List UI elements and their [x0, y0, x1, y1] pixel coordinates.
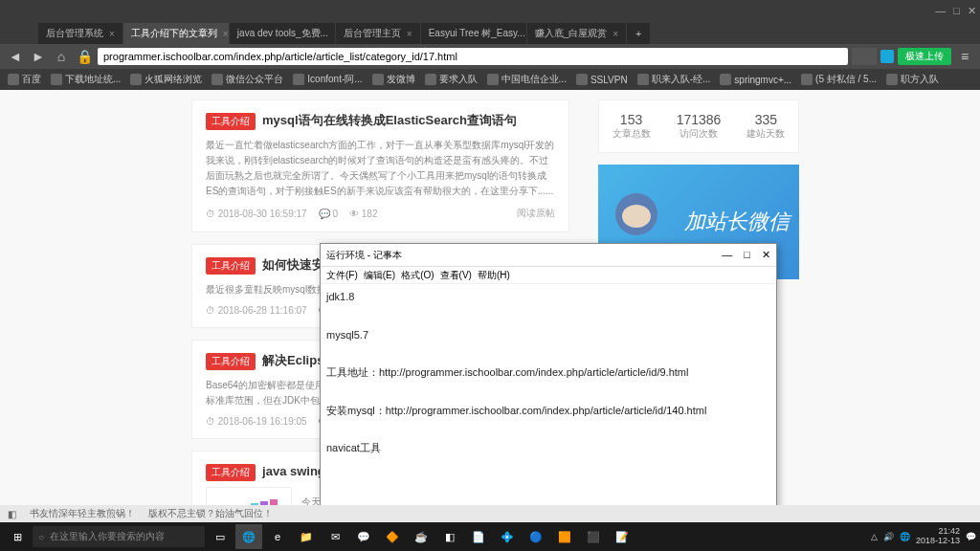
browser-statusbar: ◧ 书友情深年轻主教煎锅！ 版权不忌主锁？始油气回位！ — [0, 505, 980, 522]
category-tag[interactable]: 工具介绍 — [206, 257, 256, 275]
home-button[interactable]: ⌂ — [52, 47, 71, 66]
upload-button[interactable]: 极速上传 — [898, 48, 951, 65]
url-engine-icon[interactable] — [852, 48, 877, 65]
tab-1[interactable]: 工具介绍下的文章列× — [123, 23, 229, 44]
extension-icon[interactable] — [880, 50, 894, 63]
tab-5[interactable]: 赚入底_白屋观赏× — [527, 23, 626, 44]
url-input[interactable] — [98, 48, 848, 65]
browser-tabs: 后台管理系统× 工具介绍下的文章列× java dev tools_免费...×… — [0, 21, 980, 44]
menu-edit[interactable]: 编辑(E) — [364, 269, 395, 281]
close-icon[interactable]: × — [407, 29, 412, 39]
taskbar-app[interactable]: 📁 — [293, 524, 320, 549]
task-view-icon[interactable]: ▭ — [207, 524, 234, 549]
close-icon[interactable]: × — [109, 29, 115, 39]
bookmark-item[interactable]: springmvc+... — [720, 74, 791, 85]
notification-icon[interactable]: 💬 — [966, 532, 976, 541]
menu-help[interactable]: 帮助(H) — [478, 269, 510, 281]
lock-icon: 🔒 — [75, 47, 94, 66]
url-bar: ◄ ► ⌂ 🔒 极速上传 ≡ — [0, 44, 980, 69]
bookmark-item[interactable]: Iconfont-阿... — [293, 73, 362, 86]
menu-view[interactable]: 查看(V) — [440, 269, 472, 281]
taskbar-app[interactable]: ⬛ — [580, 524, 607, 549]
menu-icon[interactable]: ≡ — [955, 47, 974, 66]
bookmark-item[interactable]: 下载地址统... — [51, 73, 121, 86]
bookmark-bar: 百度 下载地址统... 火狐网络浏览 微信公众平台 Iconfont-阿... … — [0, 69, 980, 90]
notepad-titlebar[interactable]: 运行环境 - 记事本 — □ ✕ — [321, 244, 776, 267]
bookmark-item[interactable]: 发微博 — [372, 73, 415, 86]
close-icon[interactable]: × — [334, 29, 335, 39]
start-button[interactable]: ⊞ — [4, 524, 31, 549]
close-icon[interactable]: ✕ — [762, 249, 770, 261]
forward-button[interactable]: ► — [29, 47, 48, 66]
taskbar-app[interactable]: ☕ — [408, 524, 434, 549]
taskbar-app[interactable]: 💬 — [350, 524, 377, 549]
maximize-icon[interactable]: □ — [744, 249, 750, 261]
bookmark-item[interactable]: (5 封私信 / 5... — [801, 73, 877, 86]
close-icon[interactable]: ✕ — [968, 5, 976, 17]
bookmark-item[interactable]: 中国电信企业... — [487, 73, 567, 86]
taskbar-app[interactable]: 💠 — [494, 524, 521, 549]
bookmark-item[interactable]: 微信公众平台 — [212, 73, 283, 86]
taskbar-app[interactable]: e — [264, 524, 291, 549]
page-content: 工具介绍 mysql语句在线转换成ElasticSearch查询语句 最近一直忙… — [0, 90, 980, 530]
home-icon — [8, 74, 19, 85]
bookmark-item[interactable]: 要求入队 — [425, 73, 478, 86]
taskbar-app[interactable]: 🔵 — [523, 524, 549, 549]
menu-file[interactable]: 文件(F) — [326, 269, 358, 281]
article-card[interactable]: 工具介绍 mysql语句在线转换成ElasticSearch查询语句 最近一直忙… — [191, 99, 569, 232]
taskbar-app[interactable]: 🟧 — [551, 524, 578, 549]
os-titlebar: — □ ✕ — [0, 0, 980, 21]
article-title[interactable]: mysql语句在线转换成ElasticSearch查询语句 — [262, 113, 517, 127]
bookmark-item[interactable]: 火狐网络浏览 — [130, 73, 202, 86]
taskbar-app[interactable]: 📝 — [609, 524, 635, 549]
taskbar-search[interactable]: ○ 在这里输入你要搜索的内容 — [33, 526, 205, 547]
minimize-icon[interactable]: — — [722, 249, 732, 261]
article-excerpt: 最近一直忙着做elasticsearch方面的工作，对于一直从事关系型数据库my… — [206, 138, 555, 199]
back-button[interactable]: ◄ — [6, 47, 25, 66]
network-icon[interactable]: 🌐 — [900, 532, 910, 541]
tab-2[interactable]: java dev tools_免费...× — [230, 23, 335, 44]
category-tag[interactable]: 工具介绍 — [206, 353, 256, 370]
new-tab-button[interactable]: + — [627, 23, 650, 44]
category-tag[interactable]: 工具介绍 — [206, 464, 256, 481]
taskbar-app[interactable]: 🌐 — [235, 524, 262, 549]
category-tag[interactable]: 工具介绍 — [206, 113, 256, 130]
notepad-window[interactable]: 运行环境 - 记事本 — □ ✕ 文件(F) 编辑(E) 格式(O) 查看(V)… — [320, 243, 777, 530]
volume-icon[interactable]: 🔊 — [883, 532, 894, 541]
taskbar-app[interactable]: ✉ — [322, 524, 348, 549]
notepad-textarea[interactable]: jdk1.8 mysql5.7 工具地址：http://programmer.i… — [321, 284, 776, 462]
maximize-icon[interactable]: □ — [953, 5, 960, 17]
tray-icon[interactable]: △ — [871, 532, 878, 541]
system-tray[interactable]: △ 🔊 🌐 21:42 2018-12-13 💬 — [871, 527, 976, 546]
close-icon[interactable]: × — [612, 29, 618, 39]
menu-format[interactable]: 格式(O) — [401, 269, 434, 281]
close-icon[interactable]: × — [223, 29, 229, 39]
bookmark-item[interactable]: 职来入队-经... — [637, 73, 711, 86]
taskbar-app[interactable]: 📄 — [465, 524, 492, 549]
tab-0[interactable]: 后台管理系统× — [38, 23, 122, 44]
stats-panel: 153文章总数 171386访问次数 335建站天数 — [598, 99, 799, 153]
article-meta: ⏱ 2018-08-30 16:59:17 💬 0 👁 182 阅读原帖 — [206, 207, 555, 220]
bookmark-item[interactable]: 百度 — [8, 73, 41, 86]
notepad-title: 运行环境 - 记事本 — [326, 249, 402, 262]
bookmark-item[interactable]: SSLVPN — [576, 74, 628, 85]
tab-3[interactable]: 后台管理主页× — [336, 23, 420, 44]
tab-4[interactable]: Easyui Tree 树_Easy...× — [421, 23, 526, 44]
taskbar-app[interactable]: 🔶 — [379, 524, 406, 549]
window-controls: — □ ✕ — [935, 5, 976, 17]
bookmark-item[interactable]: 职方入队 — [886, 73, 939, 86]
notepad-menu: 文件(F) 编辑(E) 格式(O) 查看(V) 帮助(H) — [321, 267, 776, 284]
taskbar-app[interactable]: ◧ — [436, 524, 463, 549]
taskbar: ⊞ ○ 在这里输入你要搜索的内容 ▭ 🌐 e 📁 ✉ 💬 🔶 ☕ ◧ 📄 💠 🔵… — [0, 522, 980, 551]
minimize-icon[interactable]: — — [935, 5, 946, 17]
